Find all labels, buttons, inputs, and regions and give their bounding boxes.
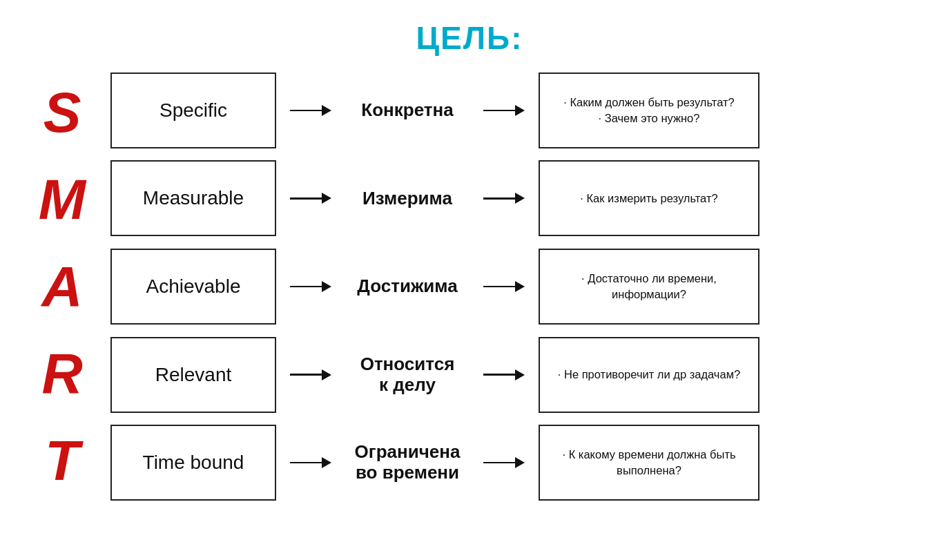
description-box-2: · Достаточно ли времени, информации? bbox=[539, 249, 759, 325]
arrow-icon bbox=[290, 73, 331, 148]
page-title: ЦЕЛЬ: bbox=[416, 19, 523, 57]
smart-letter-s: S bbox=[43, 69, 81, 156]
smart-letters-column: SMART bbox=[21, 69, 104, 504]
english-box-2: Achievable bbox=[110, 249, 276, 325]
smart-letter-m: M bbox=[39, 156, 86, 243]
arrow-col-2 bbox=[476, 69, 532, 504]
arrow-icon bbox=[290, 425, 331, 501]
english-box-3: Relevant bbox=[110, 337, 276, 413]
arrow-icon bbox=[290, 160, 331, 236]
description-box-1: · Как измерить результат? bbox=[539, 160, 759, 236]
smart-letter-a: A bbox=[41, 243, 82, 330]
arrow-icon bbox=[483, 160, 525, 236]
arrow-icon bbox=[483, 337, 525, 413]
arrow-col-1 bbox=[283, 69, 338, 504]
arrow-icon bbox=[483, 249, 525, 325]
english-box-4: Time bound bbox=[110, 425, 276, 501]
russian-column: КонкретнаИзмеримаДостижимаОтносится к де… bbox=[338, 69, 476, 504]
description-column: · Каким должен быть результат? · Зачем э… bbox=[532, 69, 766, 504]
smart-letter-t: T bbox=[45, 417, 79, 504]
russian-word-3: Относится к делу bbox=[360, 337, 455, 413]
smart-letter-r: R bbox=[41, 330, 82, 417]
russian-word-1: Измерима bbox=[362, 160, 452, 236]
description-box-0: · Каким должен быть результат? · Зачем э… bbox=[539, 73, 759, 148]
arrow-icon bbox=[483, 425, 525, 501]
english-box-0: Specific bbox=[110, 73, 276, 148]
arrow-icon bbox=[290, 337, 331, 413]
arrow-icon bbox=[483, 73, 525, 148]
russian-word-0: Конкретна bbox=[361, 73, 453, 148]
english-box-1: Measurable bbox=[110, 160, 276, 236]
russian-word-2: Достижима bbox=[357, 249, 457, 325]
description-box-3: · Не противоречит ли др задачам? bbox=[539, 337, 759, 413]
main-layout: SMART SpecificMeasurableAchievableReleva… bbox=[21, 69, 918, 504]
arrow-icon bbox=[290, 249, 331, 325]
description-box-4: · К какому времени должна быть выполнена… bbox=[539, 425, 759, 501]
english-column: SpecificMeasurableAchievableRelevantTime… bbox=[104, 69, 283, 504]
russian-word-4: Ограничена во времени bbox=[355, 425, 461, 501]
